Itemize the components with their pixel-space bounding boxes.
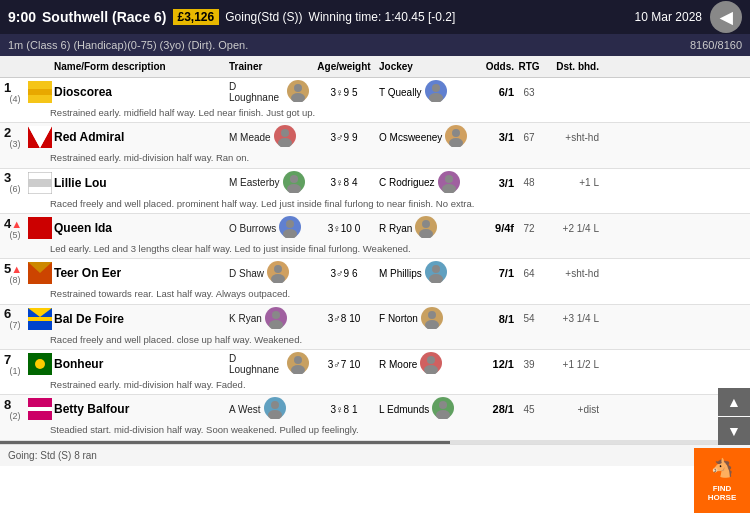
- svg-point-60: [271, 401, 279, 409]
- back-button[interactable]: ◀: [710, 1, 742, 33]
- distance-behind: +sht-hd: [544, 268, 599, 279]
- horse-name: Bonheur: [54, 357, 103, 371]
- trainer-col: M Meade: [229, 125, 309, 149]
- distance-behind: +1 1/2 L: [544, 359, 599, 370]
- odds: 8/1: [469, 313, 514, 325]
- horse-name-col: Teer On Eer: [54, 266, 229, 280]
- position-number: 2: [4, 126, 26, 139]
- race-date: 10 Mar 2028: [635, 10, 702, 24]
- horse-row: 8 (2) Betty Balfour A West 3♀8 1 L Edmun…: [0, 395, 750, 423]
- horse-block: 2 (3) Red Admiral M Meade 3♂9 9 O Mcswee…: [0, 123, 750, 168]
- position-wrap: 6 (7): [4, 307, 26, 330]
- rating: 39: [514, 359, 544, 370]
- trainer-photo: [265, 307, 287, 331]
- age-weight: 3♂7 10: [309, 359, 379, 370]
- col-jockey-header: Jockey: [379, 61, 469, 72]
- nav-buttons: ▲ ▼: [718, 388, 750, 445]
- prize-money: £3,126: [173, 9, 220, 25]
- svg-point-63: [439, 401, 447, 409]
- jockey-col: R Moore: [379, 352, 469, 376]
- jockey-col: T Queally: [379, 80, 469, 104]
- trainer-photo: [264, 397, 286, 421]
- age-weight: 3♀8 1: [309, 404, 379, 415]
- svg-point-27: [286, 220, 294, 228]
- scroll-up-button[interactable]: ▲: [718, 388, 750, 416]
- horse-block: 5▲ (8) Teer On Eer D Shaw 3♂9 6 M Philli…: [0, 259, 750, 304]
- find-horse-button[interactable]: 🐴 FINDHORSE: [694, 448, 750, 513]
- odds: 3/1: [469, 177, 514, 189]
- trainer-col: O Burrows: [229, 216, 309, 240]
- svg-point-50: [35, 359, 45, 369]
- form-description: Led early. Led and 3 lengths clear half …: [0, 242, 750, 258]
- horse-row: 3 (6) Lillie Lou M Easterby 3♀8 4 C Rodr…: [0, 169, 750, 197]
- silk-icon: [26, 353, 54, 375]
- jockey-photo: [438, 171, 460, 195]
- silk-icon: [26, 81, 54, 103]
- horse-name: Bal De Foire: [54, 312, 124, 326]
- odds: 3/1: [469, 131, 514, 143]
- distance-behind: +3 1/4 L: [544, 313, 599, 324]
- rating: 64: [514, 268, 544, 279]
- horse-name-col: Dioscorea: [54, 85, 229, 99]
- draw-number: (1): [10, 366, 21, 376]
- odds: 12/1: [469, 358, 514, 370]
- jockey-name: M Phillips: [379, 268, 422, 279]
- position-number: 7: [4, 353, 26, 366]
- jockey-photo: [432, 397, 454, 421]
- horse-name: Betty Balfour: [54, 402, 129, 416]
- distance-behind: +sht-hd: [544, 132, 599, 143]
- odds: 6/1: [469, 86, 514, 98]
- jockey-name: F Norton: [379, 313, 418, 324]
- form-description: Restrained early. mid-division half way.…: [0, 378, 750, 394]
- rating: 72: [514, 223, 544, 234]
- position-wrap: 8 (2): [4, 398, 26, 421]
- horses-container: 1 (4) Dioscorea D Loughnane 3♀9 5 T Quea…: [0, 78, 750, 441]
- scroll-down-button[interactable]: ▼: [718, 417, 750, 445]
- svg-point-23: [445, 175, 453, 183]
- trainer-name: O Burrows: [229, 223, 276, 234]
- column-headers: Name/Form description Trainer Age/weight…: [0, 56, 750, 78]
- form-description: Restrained early. mid-division half way.…: [0, 151, 750, 167]
- header-top: 9:00 Southwell (Race 6) £3,126 Going(Std…: [0, 0, 750, 34]
- horse-name: Red Admiral: [54, 130, 124, 144]
- race-venue: Southwell (Race 6): [42, 9, 166, 25]
- trainer-col: K Ryan: [229, 307, 309, 331]
- footer: Going: Std (S) 8 ran: [0, 444, 750, 466]
- col-trainer-header: Trainer: [229, 61, 309, 72]
- trainer-name: D Shaw: [229, 268, 264, 279]
- jockey-photo: [425, 80, 447, 104]
- record-count: 8160/8160: [690, 39, 742, 51]
- going: Going(Std (S)): [225, 10, 302, 24]
- svg-point-38: [432, 265, 440, 273]
- trainer-name: M Easterby: [229, 177, 280, 188]
- col-odds-header: Odds.: [469, 61, 514, 72]
- draw-number: (2): [10, 411, 21, 421]
- jockey-name: C Rodriguez: [379, 177, 435, 188]
- position-wrap: 2 (3): [4, 126, 26, 149]
- progress-bar: [0, 441, 750, 444]
- position-number: 8: [4, 398, 26, 411]
- svg-point-52: [294, 356, 302, 364]
- race-details: 1m (Class 6) (Handicap)(0-75) (3yo) (Dir…: [8, 39, 248, 51]
- draw-number: (8): [10, 275, 21, 285]
- horse-row: 2 (3) Red Admiral M Meade 3♂9 9 O Mcswee…: [0, 123, 750, 151]
- position-number: 1: [4, 81, 26, 94]
- rating: 67: [514, 132, 544, 143]
- trainer-name: D Loughnane: [229, 81, 284, 103]
- jockey-col: R Ryan: [379, 216, 469, 240]
- age-weight: 3♂9 9: [309, 132, 379, 143]
- jockey-photo: [421, 307, 443, 331]
- position-wrap: 5▲ (8): [4, 262, 26, 285]
- silk-icon: [26, 308, 54, 330]
- position-wrap: 7 (1): [4, 353, 26, 376]
- col-dst-header: Dst. bhd.: [544, 61, 599, 72]
- silk-icon: [26, 262, 54, 284]
- svg-rect-41: [28, 317, 52, 321]
- svg-point-35: [274, 265, 282, 273]
- trainer-name: A West: [229, 404, 261, 415]
- race-time: 9:00: [8, 9, 36, 25]
- jockey-col: F Norton: [379, 307, 469, 331]
- trainer-col: D Loughnane: [229, 352, 309, 376]
- trainer-photo: [287, 80, 309, 104]
- trainer-col: D Loughnane: [229, 80, 309, 104]
